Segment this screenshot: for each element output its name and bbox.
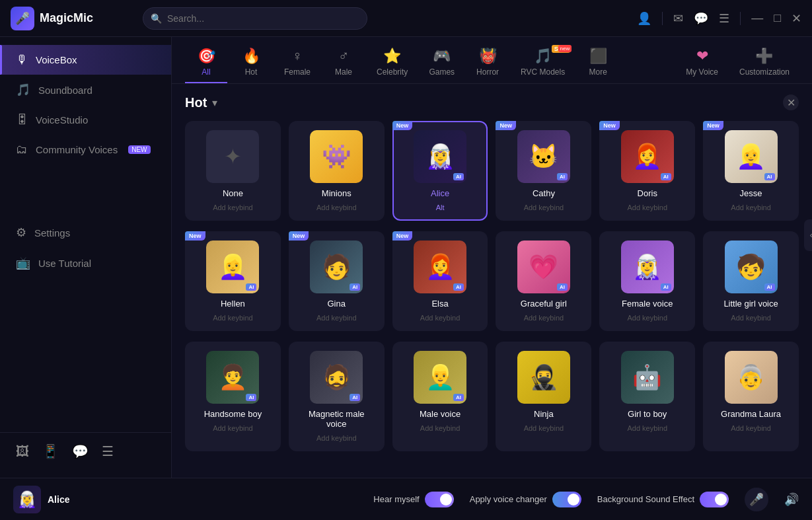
community-new-badge: NEW [128, 145, 150, 154]
voice-keybind-none[interactable]: Add keybind [213, 204, 253, 211]
voicebox-icon: 🎙 [16, 53, 28, 67]
voice-card-cathy[interactable]: New 🐱 AI Cathy Add keybind [496, 121, 591, 221]
voice-card-girltoboy[interactable]: 🤖 Girl to boy Add keybind [599, 342, 695, 451]
voice-card-hellen[interactable]: New 👱‍♀️ AI Hellen Add keybind [185, 231, 281, 331]
volume-icon[interactable]: 🔊 [784, 492, 799, 507]
voice-card-none[interactable]: ✦ None Add keybind [185, 121, 281, 221]
tab-male[interactable]: ♂ Male [322, 42, 365, 83]
section-close-button[interactable]: ✕ [783, 94, 799, 110]
voice-keybind-handsome[interactable]: Add keybind [213, 424, 253, 432]
alice-ai-badge: AI [453, 173, 464, 180]
voice-card-elsa[interactable]: New 👩‍🦰 AI Elsa Add keybind [392, 231, 488, 331]
bg-sound-toggle[interactable] [700, 492, 729, 507]
voice-keybind-girltoboy[interactable]: Add keybind [627, 424, 667, 432]
female-tab-label: Female [284, 67, 311, 77]
sidebar-item-settings[interactable]: ⚙ Settings [0, 217, 171, 248]
tab-more[interactable]: ⬛ More [577, 42, 619, 83]
tab-customization[interactable]: ➕ Customization [730, 42, 799, 83]
mail-icon[interactable]: ✉ [673, 11, 683, 26]
content-area: 🎯 All 🔥 Hot ♀ Female ♂ Male ⭐ Celebrity … [172, 37, 812, 478]
section-title: Hot [185, 95, 207, 110]
sidebar-item-voicestudio[interactable]: 🎛 VoiceStudio [0, 105, 171, 135]
sidebar-item-community[interactable]: 🗂 Community Voices NEW [0, 135, 171, 165]
voice-card-littlegirl[interactable]: 🧒 AI Little girl voice Add keybind [703, 231, 799, 331]
tab-rvc[interactable]: SVIP 🎵 RVC Models new [511, 42, 574, 83]
hot-tab-label: Hot [245, 67, 258, 77]
voice-name-cathy: Cathy [533, 188, 555, 198]
hear-myself-toggle[interactable] [425, 492, 454, 507]
voice-avatar-handsome: 🧑‍🦱 AI [206, 351, 259, 404]
app-title: MagicMic [40, 11, 93, 25]
voice-avatar-alice: 🧝‍♀️ AI [414, 130, 466, 183]
femalevoice-ai-badge: AI [661, 283, 671, 291]
tab-myvoice[interactable]: ❤ My Voice [677, 42, 727, 83]
discord-icon[interactable]: 💬 [694, 11, 708, 26]
doris-ai-badge: AI [661, 173, 671, 180]
tool-phone-icon[interactable]: 📱 [42, 443, 59, 459]
voice-card-doris[interactable]: New 👩‍🦰 AI Doris Add keybind [599, 121, 695, 221]
voice-card-femalevoice[interactable]: 🧝‍♀️ AI Female voice Add keybind [599, 231, 695, 331]
voice-keybind-gina[interactable]: Add keybind [316, 314, 357, 322]
voice-card-handsome[interactable]: 🧑‍🦱 AI Handsome boy Add keybind [185, 342, 281, 451]
tab-celebrity[interactable]: ⭐ Celebrity [367, 42, 417, 83]
sidebar-item-voicebox[interactable]: 🎙 VoiceBox [0, 45, 171, 75]
soundboard-icon: 🎵 [16, 83, 30, 97]
apply-changer-group: Apply voice changer [470, 492, 581, 507]
voice-keybind-ninja[interactable]: Add keybind [524, 424, 564, 432]
voice-avatar-minions: 👾 [310, 130, 363, 183]
voice-keybind-magnetic[interactable]: Add keybind [316, 434, 357, 442]
sidebar-item-soundboard[interactable]: 🎵 Soundboard [0, 75, 171, 105]
tab-hot[interactable]: 🔥 Hot [230, 42, 272, 83]
close-button[interactable]: ✕ [792, 11, 801, 26]
voice-keybind-minions[interactable]: Add keybind [316, 204, 357, 211]
voice-keybind-littlegirl[interactable]: Add keybind [731, 314, 771, 322]
voice-card-alice[interactable]: New 🧝‍♀️ AI Alice Alt [392, 121, 488, 221]
tab-games[interactable]: 🎮 Games [420, 42, 464, 83]
profile-icon[interactable]: 👤 [637, 11, 651, 26]
voice-name-handsome: Handsome boy [204, 409, 262, 419]
mic-button[interactable]: 🎤 [745, 488, 768, 511]
voice-card-gina[interactable]: New 🧑 AI Gina Add keybind [289, 231, 385, 331]
voicestudio-icon: 🎛 [16, 113, 28, 127]
gina-new-badge: New [289, 231, 309, 241]
maximize-button[interactable]: □ [774, 11, 781, 25]
voice-keybind-malevoice[interactable]: Add keybind [420, 424, 461, 432]
littlegirl-ai-badge: AI [764, 283, 775, 291]
voice-card-malevoice[interactable]: 👱‍♂️ AI Male voice Add keybind [392, 342, 488, 451]
elsa-new-badge: New [392, 231, 413, 241]
voice-card-grandma[interactable]: 👵 Grandma Laura Add keybind [703, 342, 799, 451]
tab-horror[interactable]: 👹 Horror [466, 42, 509, 83]
voice-avatar-graceful: 💗 AI [517, 241, 570, 293]
tool-image-icon[interactable]: 🖼 [16, 444, 29, 459]
tab-all[interactable]: 🎯 All [185, 42, 227, 83]
voice-name-ninja: Ninja [534, 409, 554, 419]
voice-avatar-femalevoice: 🧝‍♀️ AI [621, 241, 674, 293]
voice-card-magnetic[interactable]: 🧔 AI Magnetic male voice Add keybind [289, 342, 385, 451]
tool-menu-icon[interactable]: ☰ [102, 443, 114, 459]
voice-keybind-cathy[interactable]: Add keybind [524, 204, 564, 211]
voice-keybind-femalevoice[interactable]: Add keybind [627, 314, 667, 322]
voice-card-ninja[interactable]: 🥷 Ninja Add keybind [496, 342, 591, 451]
voice-card-minions[interactable]: 👾 Minions Add keybind [289, 121, 385, 221]
collapse-sidebar-button[interactable]: « [804, 219, 812, 251]
voice-avatar-littlegirl: 🧒 AI [725, 241, 778, 293]
voice-card-graceful[interactable]: 💗 AI Graceful girl Add keybind [496, 231, 591, 331]
tab-female[interactable]: ♀ Female [275, 42, 320, 83]
voice-keybind-hellen[interactable]: Add keybind [213, 314, 253, 322]
minimize-button[interactable]: — [751, 11, 763, 25]
voice-keybind-doris[interactable]: Add keybind [627, 204, 667, 211]
voice-keybind-graceful[interactable]: Add keybind [524, 314, 564, 322]
search-input[interactable] [143, 7, 367, 30]
voice-keybind-alice[interactable]: Alt [436, 204, 445, 211]
voice-card-jesse[interactable]: New 👱‍♀️ AI Jesse Add keybind [703, 121, 799, 221]
tool-chat-icon[interactable]: 💬 [72, 443, 89, 459]
menu-icon[interactable]: ☰ [719, 11, 729, 26]
apply-changer-toggle[interactable] [552, 492, 581, 507]
more-tab-label: More [589, 67, 607, 77]
voice-keybind-jesse[interactable]: Add keybind [731, 204, 771, 211]
section-chevron-icon[interactable]: ▾ [212, 96, 217, 109]
sidebar-item-tutorial[interactable]: 📺 Use Tutorial [0, 248, 171, 278]
sidebar-tools-area: 🖼 📱 💬 ☰ [0, 432, 171, 470]
voice-keybind-grandma[interactable]: Add keybind [731, 424, 771, 432]
voice-keybind-elsa[interactable]: Add keybind [420, 314, 461, 322]
